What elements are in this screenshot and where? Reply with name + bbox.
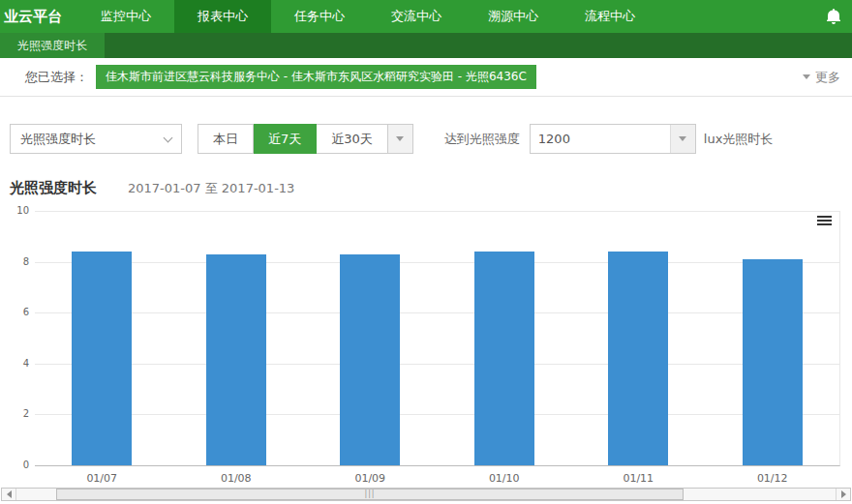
bar-01/09[interactable]	[340, 254, 400, 465]
y-tick-label: 4	[6, 358, 29, 369]
subnav-tab-light-duration[interactable]: 光照强度时长	[0, 33, 105, 58]
threshold-input[interactable]	[531, 125, 670, 153]
range-button-1[interactable]: 本日	[198, 124, 254, 154]
gridline	[35, 364, 839, 365]
top-nav-bar: 业云平台 监控中心报表中心任务中心交流中心溯源中心流程中心	[0, 0, 852, 33]
chart-menu-icon[interactable]	[817, 216, 832, 227]
nav-item-3[interactable]: 任务中心	[271, 0, 368, 33]
bar-01/10[interactable]	[474, 252, 534, 465]
chevron-down-icon	[679, 136, 686, 141]
nav-item-5[interactable]: 溯源中心	[465, 0, 562, 33]
bell-icon[interactable]	[827, 9, 840, 28]
range-dropdown-button[interactable]	[388, 124, 413, 154]
metric-select-value: 光照强度时长	[20, 131, 96, 148]
date-range: 2017-01-07 至 2017-01-13	[128, 180, 294, 197]
nav-item-4[interactable]: 交流中心	[368, 0, 465, 33]
scrollbar-grip-icon: |||	[364, 490, 375, 498]
y-tick-label: 6	[6, 307, 29, 317]
right-arrow-icon	[841, 490, 846, 498]
gridline	[35, 211, 839, 212]
x-tick-label: 01/09	[331, 472, 409, 485]
x-tick-label: 01/10	[466, 472, 543, 485]
bar-01/11[interactable]	[608, 252, 668, 465]
horizontal-scrollbar[interactable]: |||	[1, 488, 851, 501]
left-arrow-icon	[7, 490, 12, 498]
selected-device-value[interactable]: 佳木斯市前进区慧云科技服务中心 - 佳木斯市东风区水稻研究实验田 - 光照643…	[96, 65, 536, 89]
y-tick-label: 2	[6, 408, 29, 419]
nav-item-2[interactable]: 报表中心	[174, 0, 271, 33]
bar-01/08[interactable]	[206, 254, 266, 465]
page-title: 光照强度时长	[10, 179, 97, 197]
threshold-dropdown-button[interactable]	[670, 125, 695, 153]
section-header: 光照强度时长 2017-01-07 至 2017-01-13	[10, 179, 852, 197]
range-button-3[interactable]: 近30天	[317, 124, 388, 154]
app-title: 业云平台	[0, 0, 77, 33]
x-tick-label: 01/11	[599, 472, 677, 485]
sub-nav-bar: 光照强度时长	[0, 33, 852, 58]
more-label: 更多	[815, 69, 840, 86]
chevron-down-icon	[803, 74, 810, 79]
gridline	[35, 312, 839, 313]
threshold-input-wrap	[530, 124, 696, 154]
chart-plot: 024681001/0701/0801/0901/1001/1101/12	[35, 211, 840, 466]
range-button-2[interactable]: 近7天	[254, 124, 317, 154]
chevron-down-icon	[164, 133, 173, 142]
selection-row: 您已选择： 佳木斯市前进区慧云科技服务中心 - 佳木斯市东风区水稻研究实验田 -…	[0, 58, 852, 97]
bar-01/12[interactable]	[743, 259, 803, 465]
chart: 024681001/0701/0801/0901/1001/1101/12	[0, 211, 852, 466]
y-tick-label: 10	[6, 205, 29, 216]
metric-select[interactable]: 光照强度时长	[10, 124, 182, 154]
x-tick-label: 01/08	[198, 472, 275, 485]
chevron-down-icon	[396, 136, 404, 141]
nav-item-1[interactable]: 监控中心	[77, 0, 174, 33]
threshold-label: 达到光照强度	[444, 131, 520, 148]
x-tick-label: 01/07	[63, 472, 140, 485]
more-button[interactable]: 更多	[803, 69, 840, 86]
selection-label: 您已选择：	[25, 69, 88, 86]
gridline	[35, 414, 839, 415]
range-button-group: 本日近7天近30天	[198, 124, 388, 154]
nav-item-6[interactable]: 流程中心	[562, 0, 658, 33]
filter-toolbar: 光照强度时长 本日近7天近30天 达到光照强度 lux光照时长	[0, 124, 852, 154]
x-tick-label: 01/12	[734, 472, 811, 485]
scroll-left-arrow[interactable]	[2, 489, 16, 500]
gridline	[35, 262, 839, 263]
y-tick-label: 0	[6, 460, 29, 470]
threshold-suffix: lux光照时长	[704, 131, 774, 148]
scroll-right-arrow[interactable]	[836, 489, 850, 500]
y-tick-label: 8	[6, 256, 29, 267]
scrollbar-thumb[interactable]: |||	[56, 489, 684, 500]
bar-01/07[interactable]	[72, 252, 132, 465]
nav-items: 监控中心报表中心任务中心交流中心溯源中心流程中心	[77, 0, 658, 33]
